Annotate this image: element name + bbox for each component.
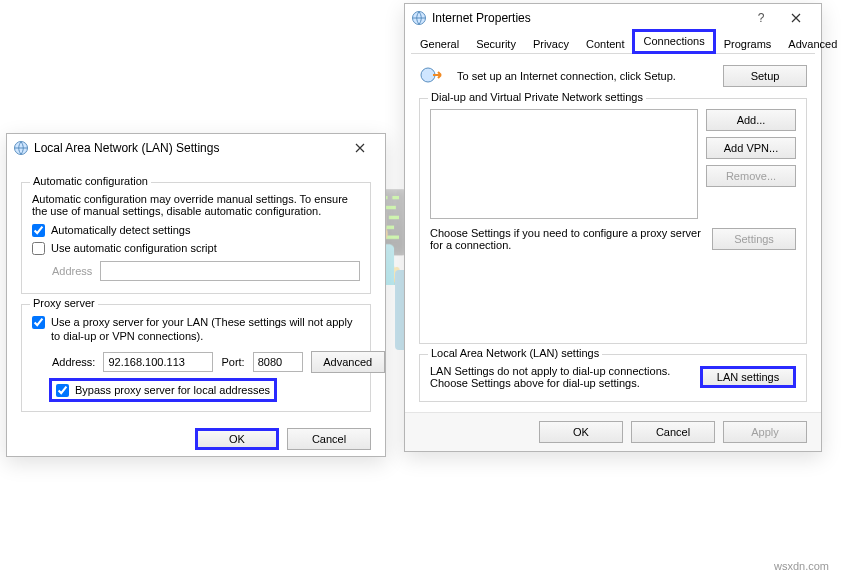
auto-detect-label: Automatically detect settings bbox=[51, 223, 190, 237]
titlebar: Local Area Network (LAN) Settings bbox=[7, 134, 385, 162]
script-address-label: Address bbox=[52, 265, 92, 277]
remove-button: Remove... bbox=[706, 165, 796, 187]
internet-properties-window: Internet Properties ? General Security P… bbox=[404, 3, 822, 452]
cancel-button[interactable]: Cancel bbox=[631, 421, 715, 443]
lan-settings-button[interactable]: LAN settings bbox=[700, 366, 796, 388]
close-button[interactable] bbox=[339, 136, 381, 160]
add-button[interactable]: Add... bbox=[706, 109, 796, 131]
close-button[interactable] bbox=[775, 6, 817, 30]
use-proxy-checkbox[interactable]: Use a proxy server for your LAN (These s… bbox=[32, 315, 360, 343]
add-vpn-button[interactable]: Add VPN... bbox=[706, 137, 796, 159]
lan-legend: Local Area Network (LAN) settings bbox=[428, 347, 602, 359]
cancel-button[interactable]: Cancel bbox=[287, 428, 371, 450]
svg-point-1 bbox=[421, 68, 435, 82]
connections-listbox[interactable] bbox=[430, 109, 698, 219]
tab-privacy[interactable]: Privacy bbox=[524, 34, 578, 54]
use-script-input[interactable] bbox=[32, 242, 45, 255]
lan-note: LAN Settings do not apply to dial-up con… bbox=[430, 365, 692, 389]
bypass-label: Bypass proxy server for local addresses bbox=[75, 383, 270, 397]
tab-advanced[interactable]: Advanced bbox=[779, 34, 841, 54]
tab-connections[interactable]: Connections bbox=[632, 29, 715, 54]
proxy-address-label: Address: bbox=[52, 356, 95, 368]
proxy-legend: Proxy server bbox=[30, 297, 98, 309]
globe-icon bbox=[411, 10, 427, 26]
bypass-input[interactable] bbox=[56, 384, 69, 397]
auto-config-group: Automatic configuration Automatic config… bbox=[21, 182, 371, 294]
auto-detect-input[interactable] bbox=[32, 224, 45, 237]
proxy-port-label: Port: bbox=[221, 356, 244, 368]
window-title: Local Area Network (LAN) Settings bbox=[34, 141, 219, 155]
use-proxy-label: Use a proxy server for your LAN (These s… bbox=[51, 315, 360, 343]
dialup-legend: Dial-up and Virtual Private Network sett… bbox=[428, 91, 646, 103]
setup-arrow-icon bbox=[419, 64, 447, 88]
dialup-group: Dial-up and Virtual Private Network sett… bbox=[419, 98, 807, 344]
use-script-checkbox[interactable]: Use automatic configuration script bbox=[32, 241, 360, 255]
help-button[interactable]: ? bbox=[747, 6, 775, 30]
tab-content[interactable]: Content bbox=[577, 34, 634, 54]
titlebar: Internet Properties ? bbox=[405, 4, 821, 32]
tab-security[interactable]: Security bbox=[467, 34, 525, 54]
lan-settings-window: Local Area Network (LAN) Settings Automa… bbox=[6, 133, 386, 457]
proxy-group: Proxy server Use a proxy server for your… bbox=[21, 304, 371, 412]
ok-button[interactable]: OK bbox=[539, 421, 623, 443]
bypass-checkbox[interactable]: Bypass proxy server for local addresses bbox=[52, 381, 274, 399]
settings-button: Settings bbox=[712, 228, 796, 250]
tab-programs[interactable]: Programs bbox=[715, 34, 781, 54]
proxy-port-input[interactable] bbox=[253, 352, 303, 372]
tab-general[interactable]: General bbox=[411, 34, 468, 54]
window-title: Internet Properties bbox=[432, 11, 531, 25]
use-proxy-input[interactable] bbox=[32, 316, 45, 329]
dialup-note: Choose Settings if you need to configure… bbox=[430, 227, 704, 251]
setup-text: To set up an Internet connection, click … bbox=[457, 70, 713, 82]
script-address-input bbox=[100, 261, 360, 281]
proxy-address-input[interactable] bbox=[103, 352, 213, 372]
ok-button[interactable]: OK bbox=[195, 428, 279, 450]
tabs: General Security Privacy Content Connect… bbox=[411, 32, 815, 54]
apply-button: Apply bbox=[723, 421, 807, 443]
setup-button[interactable]: Setup bbox=[723, 65, 807, 87]
auto-detect-checkbox[interactable]: Automatically detect settings bbox=[32, 223, 360, 237]
advanced-button[interactable]: Advanced bbox=[311, 351, 385, 373]
lan-group: Local Area Network (LAN) settings LAN Se… bbox=[419, 354, 807, 402]
auto-config-note: Automatic configuration may override man… bbox=[32, 193, 360, 217]
credit-text: wsxdn.com bbox=[774, 560, 829, 572]
auto-config-legend: Automatic configuration bbox=[30, 175, 151, 187]
globe-icon bbox=[13, 140, 29, 156]
use-script-label: Use automatic configuration script bbox=[51, 241, 217, 255]
